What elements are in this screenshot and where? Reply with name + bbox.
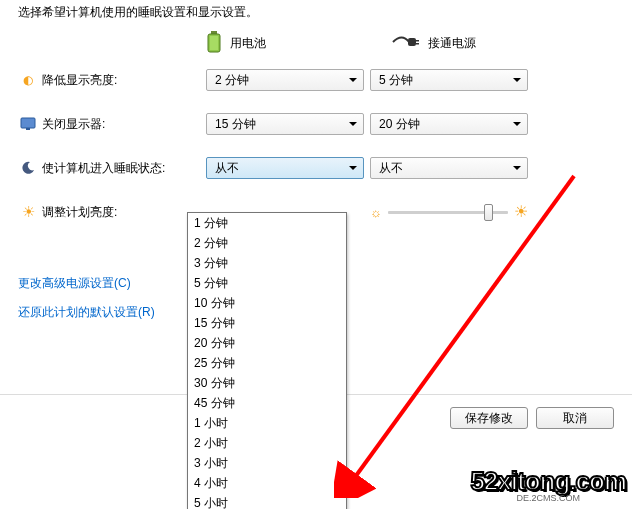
chevron-down-icon [513,78,521,82]
sun-large-icon: ☀ [514,204,528,220]
chevron-down-icon [349,122,357,126]
dim-plugged-value: 5 分钟 [379,72,413,89]
chevron-down-icon [349,166,357,170]
sleep-plugged-select[interactable]: 从不 [370,157,528,179]
off-plugged-value: 20 分钟 [379,116,420,133]
row-sleep-label: 使计算机进入睡眠状态: [38,160,206,177]
sun-icon: ☀ [18,203,38,221]
column-battery-label: 用电池 [230,35,266,52]
dim-plugged-select[interactable]: 5 分钟 [370,69,528,91]
battery-icon [206,31,222,55]
off-battery-select[interactable]: 15 分钟 [206,113,364,135]
plug-icon [392,35,420,51]
off-battery-value: 15 分钟 [215,116,256,133]
svg-rect-7 [26,128,30,130]
dropdown-option[interactable]: 1 分钟 [188,213,346,233]
dropdown-option[interactable]: 15 分钟 [188,313,346,333]
sleep-battery-dropdown[interactable]: 1 分钟2 分钟3 分钟5 分钟10 分钟15 分钟20 分钟25 分钟30 分… [187,212,347,509]
dropdown-option[interactable]: 4 小时 [188,473,346,493]
chevron-down-icon [513,166,521,170]
row-dim-label: 降低显示亮度: [38,72,206,89]
dropdown-option[interactable]: 45 分钟 [188,393,346,413]
save-button[interactable]: 保存修改 [450,407,528,429]
dropdown-option[interactable]: 10 分钟 [188,293,346,313]
row-off-display: 关闭显示器: 15 分钟 20 分钟 [18,113,620,135]
sun-small-icon: ☼ [370,206,382,219]
svg-rect-5 [416,43,419,45]
dim-icon: ◐ [18,73,38,87]
slider-thumb[interactable] [484,204,493,221]
brightness-plugged-slider[interactable]: ☼ ☀ [370,201,528,223]
off-plugged-select[interactable]: 20 分钟 [370,113,528,135]
row-sleep: 使计算机进入睡眠状态: 从不 从不 [18,157,620,179]
column-headers: 用电池 接通电源 [18,31,620,55]
row-dim-display: ◐ 降低显示亮度: 2 分钟 5 分钟 [18,69,620,91]
dropdown-option[interactable]: 2 小时 [188,433,346,453]
svg-rect-3 [408,38,416,46]
display-off-icon [18,117,38,131]
watermark: 52xitong.com DE.2CMS.COM [470,466,626,503]
sleep-plugged-value: 从不 [379,160,403,177]
sleep-battery-value: 从不 [215,160,239,177]
svg-rect-4 [416,40,419,42]
row-off-label: 关闭显示器: [38,116,206,133]
svg-rect-6 [21,118,35,128]
dim-battery-value: 2 分钟 [215,72,249,89]
dropdown-option[interactable]: 5 分钟 [188,273,346,293]
dropdown-option[interactable]: 25 分钟 [188,353,346,373]
dim-battery-select[interactable]: 2 分钟 [206,69,364,91]
dropdown-option[interactable]: 30 分钟 [188,373,346,393]
row-brightness-label: 调整计划亮度: [38,204,206,221]
dropdown-option[interactable]: 3 小时 [188,453,346,473]
moon-icon [18,161,38,175]
dropdown-option[interactable]: 20 分钟 [188,333,346,353]
dropdown-option[interactable]: 3 分钟 [188,253,346,273]
dropdown-option[interactable]: 5 小时 [188,493,346,509]
column-plugged-label: 接通电源 [428,35,476,52]
dropdown-option[interactable]: 1 小时 [188,413,346,433]
svg-rect-2 [210,36,218,50]
chevron-down-icon [349,78,357,82]
instructions-text: 选择希望计算机使用的睡眠设置和显示设置。 [18,4,620,21]
sleep-battery-select[interactable]: 从不 [206,157,364,179]
dropdown-option[interactable]: 2 分钟 [188,233,346,253]
chevron-down-icon [513,122,521,126]
cancel-button[interactable]: 取消 [536,407,614,429]
